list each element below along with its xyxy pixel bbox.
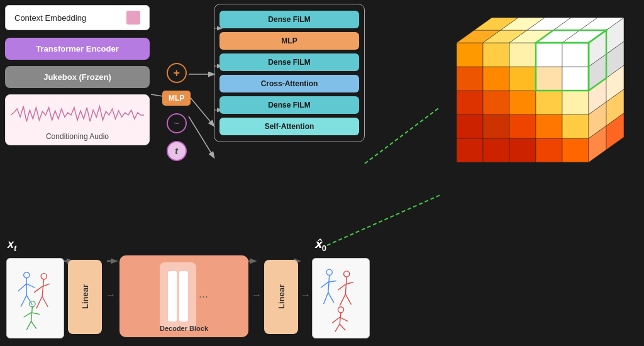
linear-label-2: Linear [277,284,286,309]
xt-pose-svg [10,264,60,333]
svg-rect-71 [562,67,589,91]
conditioning-audio-box: Conditioning Audio [5,94,150,145]
svg-rect-52 [457,138,483,162]
x0-hat-pose-svg [316,264,366,333]
svg-line-35 [328,275,330,293]
svg-rect-64 [509,91,536,114]
svg-point-28 [30,301,35,307]
context-embedding-icon [126,11,140,25]
svg-rect-67 [457,67,483,91]
xt-label: xt [8,238,16,253]
svg-rect-68 [483,67,509,91]
x0-hat-label: x̂0 [314,237,326,253]
svg-line-18 [18,284,27,291]
plus-operator: + [167,63,187,83]
svg-rect-65 [536,91,562,114]
diagram: Context Embedding Transformer Encoder Ju… [0,0,644,346]
cross-attention-layer: Cross-Attention [219,75,359,92]
svg-rect-54 [509,138,536,162]
svg-point-16 [24,272,30,278]
tilde-operator: ~ [167,113,187,133]
svg-line-39 [328,293,334,303]
svg-line-30 [24,313,31,317]
arrow-2: → [252,289,262,301]
linear-label-1: Linear [80,284,90,309]
svg-rect-69 [509,67,536,91]
decoder-block-outer: ··· Decoder Block [119,255,248,337]
svg-rect-75 [536,43,562,67]
svg-rect-70 [536,67,562,91]
decoder-sub-1 [160,262,196,330]
arrow-1: → [106,289,116,301]
center-operators: + MLP ~ t [162,63,191,161]
svg-line-27 [42,296,48,307]
svg-rect-58 [483,114,509,138]
jukebox-box: Jukebox (Frozen) [5,66,150,88]
decoder-dots: ··· [199,290,208,303]
t-circle: t [167,141,187,161]
svg-rect-61 [562,114,589,138]
decoder-stack-inner: Dense FiLM MLP Dense FiLM Cross-Attentio… [214,4,365,142]
svg-rect-53 [483,138,509,162]
svg-point-22 [41,274,47,279]
svg-line-48 [332,317,340,323]
svg-line-47 [340,313,341,324]
svg-line-50 [335,324,340,332]
svg-line-14 [365,107,440,164]
svg-rect-56 [562,138,589,162]
transformer-encoder-box: Transformer Encoder [5,38,150,60]
svg-line-51 [340,324,345,330]
svg-line-15 [327,195,440,245]
svg-rect-55 [536,138,562,162]
svg-point-40 [344,271,350,277]
jukebox-label: Jukebox (Frozen) [43,72,111,82]
arrow-3: → [301,289,311,301]
svg-rect-57 [457,114,483,138]
mlp-layer: MLP [219,32,359,50]
context-embedding-box: Context Embedding [5,5,150,30]
x0-hat-pose-box [312,258,370,338]
svg-rect-66 [562,91,589,114]
xt-pose-box [6,258,64,338]
decoder-stack: Dense FiLM MLP Dense FiLM Cross-Attentio… [214,4,365,142]
svg-line-31 [31,313,40,315]
left-column: Context Embedding Transformer Encoder Ju… [5,5,150,145]
svg-line-37 [328,281,336,282]
svg-line-44 [340,294,345,306]
dense-film-bot: Dense FiLM [219,96,359,114]
svg-line-32 [26,321,31,330]
svg-line-36 [321,282,328,287]
svg-line-33 [31,321,36,329]
svg-rect-60 [536,114,562,138]
decoder-block-label: Decoder Block [160,325,208,332]
svg-line-6 [189,116,214,157]
grid-3d-svg [450,5,639,213]
svg-line-19 [26,284,35,287]
dense-film-mid: Dense FiLM [219,53,359,71]
svg-line-20 [21,295,26,306]
svg-rect-62 [457,91,483,114]
svg-line-26 [36,296,42,308]
svg-rect-76 [562,43,589,67]
svg-point-34 [326,269,332,275]
svg-line-23 [42,279,44,297]
waveform [11,101,144,130]
audio-label: Conditioning Audio [11,132,144,141]
linear-box-2: Linear [264,260,298,334]
svg-rect-63 [483,91,509,114]
svg-rect-72 [457,43,483,67]
transformer-encoder-label: Transformer Encoder [36,44,119,53]
svg-point-46 [338,307,343,313]
linear-box-1: Linear [68,260,102,334]
mlp-small-box: MLP [162,91,191,106]
svg-line-38 [324,293,328,304]
svg-rect-59 [509,114,536,138]
svg-line-29 [31,307,33,321]
decoder-block-label-wrapper: Decoder Block [160,322,208,333]
dense-film-top: Dense FiLM [219,11,359,28]
svg-rect-74 [509,43,536,67]
svg-line-42 [338,284,345,290]
self-attention-layer: Self-Attention [219,118,359,135]
context-embedding-label: Context Embedding [14,13,86,23]
svg-line-45 [345,294,351,305]
